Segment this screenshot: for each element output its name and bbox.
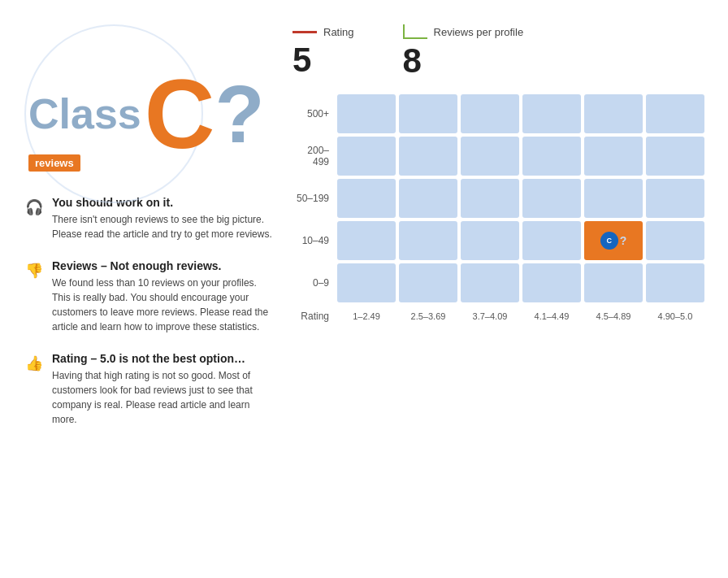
- reviews-per-profile-value: 8: [403, 44, 524, 78]
- list-item: 👎 Reviews – Not enough reviews. We found…: [24, 259, 276, 334]
- grid-cell: [461, 221, 519, 260]
- grid-cell: [461, 137, 519, 176]
- item-title-rating: Rating – 5.0 is not the best option…: [52, 352, 276, 365]
- reviews-label: reviews: [28, 154, 276, 172]
- rating-label: Rating: [323, 26, 354, 38]
- rating-label-row: Rating: [292, 26, 354, 38]
- grid-cells: [337, 179, 704, 218]
- rating-stat: Rating 5: [292, 26, 354, 77]
- grid-cell: [584, 179, 643, 218]
- grid-cell: [399, 263, 457, 302]
- grid-row: 0–9: [292, 263, 712, 302]
- class-word: Class: [28, 89, 141, 138]
- grid-cell: [522, 221, 581, 260]
- list-item: 👍 Rating – 5.0 is not the best option… H…: [24, 352, 276, 427]
- grid-cell: [337, 179, 396, 218]
- class-question-mark: ?: [214, 73, 264, 154]
- item-desc-reviews: We found less than 10 reviews on your pr…: [52, 276, 276, 334]
- grid-cell: [461, 179, 519, 218]
- grid-cell: [399, 137, 457, 176]
- grid-cell: [399, 221, 457, 260]
- reviews-per-profile-stat: Reviews per profile 8: [403, 24, 524, 78]
- row-label: 0–9: [292, 277, 337, 289]
- grid-cell: [522, 263, 581, 302]
- row-label: 500+: [292, 108, 337, 120]
- grid-cell: [646, 94, 704, 133]
- stats-row: Rating 5 Reviews per profile 8: [292, 24, 712, 78]
- reviews-label-row: Reviews per profile: [403, 24, 524, 39]
- grid-cell: [584, 263, 643, 302]
- grid-cell: [584, 137, 643, 176]
- grid-cell: [337, 137, 396, 176]
- x-axis-labels: 1–2.492.5–3.693.7–4.094.1–4.494.5–4.894.…: [337, 311, 704, 321]
- grid-cell: [522, 94, 581, 133]
- item-content-rating: Rating – 5.0 is not the best option… Hav…: [52, 352, 276, 427]
- grid-cell: [646, 137, 704, 176]
- x-label: 1–2.49: [337, 311, 396, 321]
- grid-cell: [399, 179, 457, 218]
- reviews-per-profile-label: Reviews per profile: [434, 26, 524, 38]
- grid-cell: C?: [584, 221, 643, 260]
- x-axis-main-label: Rating: [292, 311, 337, 322]
- grid-cell: [461, 94, 519, 133]
- row-label: 50–199: [292, 193, 337, 204]
- item-desc-work: There isn't enough reviews to see the bi…: [52, 212, 276, 241]
- item-content-reviews: Reviews – Not enough reviews. We found l…: [52, 259, 276, 334]
- x-label: 4.90–5.0: [646, 311, 704, 321]
- reviews-badge: reviews: [28, 154, 80, 172]
- item-title-reviews: Reviews – Not enough reviews.: [52, 259, 276, 272]
- grid-cell: [337, 94, 396, 133]
- x-label: 3.7–4.09: [461, 311, 519, 321]
- grid-cell: [461, 263, 519, 302]
- red-line-icon: [292, 31, 317, 33]
- grid-cells: [337, 263, 704, 302]
- grid-cell: [337, 263, 396, 302]
- grid-cell: [337, 221, 396, 260]
- thumbup-icon: 👍: [24, 354, 44, 373]
- item-desc-rating: Having that high rating is not so good. …: [52, 368, 276, 427]
- right-panel: Rating 5 Reviews per profile 8 500+200–4…: [276, 16, 712, 562]
- rating-value: 5: [292, 43, 354, 77]
- grid-row: 500+: [292, 94, 712, 133]
- main-container: Class C ? reviews 🎧 You should work on i…: [0, 0, 728, 578]
- row-label: 10–49: [292, 235, 337, 246]
- left-panel: Class C ? reviews 🎧 You should work on i…: [16, 16, 276, 562]
- item-content-work: You should work on it. There isn't enoug…: [52, 196, 276, 241]
- list-item: 🎧 You should work on it. There isn't eno…: [24, 196, 276, 241]
- row-label: 200–499: [292, 145, 337, 167]
- grid-row: 10–49C?: [292, 221, 712, 260]
- grid-cell: [522, 137, 581, 176]
- x-label: 4.5–4.89: [584, 311, 643, 321]
- grid-cells: [337, 137, 704, 176]
- grid-cells: C?: [337, 221, 704, 260]
- thumbdown-icon: 👎: [24, 261, 44, 280]
- class-label: Class C ?: [16, 16, 276, 163]
- grid-row: 50–199: [292, 179, 712, 218]
- grid-cell: [522, 179, 581, 218]
- grid-cell: [646, 263, 704, 302]
- rating-grid: 500+200–49950–19910–49C?0–9Rating1–2.492…: [292, 94, 712, 322]
- items-list: 🎧 You should work on it. There isn't eno…: [16, 196, 276, 427]
- x-axis-row: Rating1–2.492.5–3.693.7–4.094.1–4.494.5–…: [292, 311, 712, 322]
- grid-cell: [646, 179, 704, 218]
- x-label: 4.1–4.49: [522, 311, 581, 321]
- class-c-letter: C: [145, 65, 215, 163]
- green-line-icon: [403, 24, 427, 39]
- grid-cells: [337, 94, 704, 133]
- grid-cell: [646, 221, 704, 260]
- x-label: 2.5–3.69: [399, 311, 457, 321]
- grid-cell: [584, 94, 643, 133]
- grid-cell: [399, 94, 457, 133]
- headphone-icon: 🎧: [24, 198, 44, 217]
- grid-row: 200–499: [292, 137, 712, 176]
